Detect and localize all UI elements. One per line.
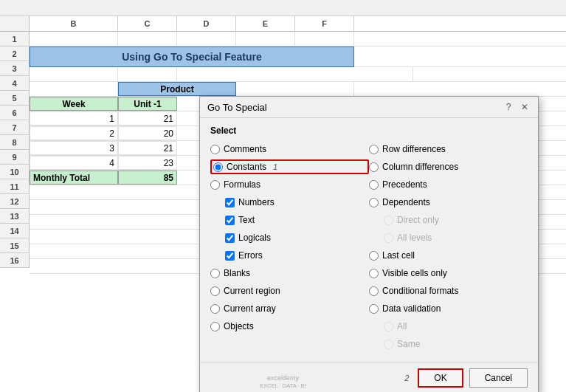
label-data-validation[interactable]: Data validation — [382, 303, 441, 314]
ok-button[interactable]: OK — [418, 368, 463, 388]
help-button[interactable]: ? — [503, 101, 514, 113]
cell-c1[interactable] — [118, 32, 177, 46]
label-visible-cells[interactable]: Visible cells only — [382, 268, 447, 278]
label-all-levels[interactable]: All levels — [397, 233, 432, 243]
radio-data-validation[interactable]: Data validation — [369, 301, 528, 316]
radio-direct-only[interactable]: Direct only — [369, 213, 528, 227]
radio-input-objects[interactable] — [210, 322, 220, 331]
radio-input-formulas[interactable] — [210, 180, 220, 190]
cell-b4[interactable] — [30, 82, 118, 96]
label-all-sub[interactable]: All — [397, 321, 407, 331]
radio-row-diff[interactable]: Row differences — [369, 142, 528, 157]
label-errors[interactable]: Errors — [238, 250, 263, 261]
radio-input-comments[interactable] — [210, 145, 220, 154]
checkbox-input-numbers[interactable] — [225, 198, 235, 207]
checkbox-input-logicals[interactable] — [225, 233, 235, 243]
checkbox-input-text[interactable] — [225, 216, 235, 225]
label-cond-formats[interactable]: Conditional formats — [382, 286, 458, 296]
label-dependents[interactable]: Dependents — [382, 197, 430, 207]
radio-precedents[interactable]: Precedents — [369, 177, 528, 192]
radio-visible-cells[interactable]: Visible cells only — [369, 266, 528, 281]
cell-f1[interactable] — [295, 32, 354, 46]
radio-input-col-diff[interactable] — [369, 162, 379, 172]
row-num-15: 15 — [0, 238, 30, 253]
dialog-title-bar: Go To Special ? ✕ — [200, 97, 538, 118]
radio-col-diff[interactable]: Column differences — [369, 159, 528, 174]
cancel-button[interactable]: Cancel — [469, 368, 528, 388]
label-current-array[interactable]: Current array — [224, 303, 276, 314]
cell-c8[interactable]: 21 — [118, 141, 177, 155]
table-row — [30, 67, 566, 82]
checkbox-logicals[interactable]: Logicals — [210, 230, 369, 245]
checkbox-numbers[interactable]: Numbers — [210, 195, 369, 210]
radio-input-precedents[interactable] — [369, 180, 379, 190]
label-logicals[interactable]: Logicals — [238, 233, 271, 243]
cell-c6[interactable]: 21 — [118, 111, 177, 125]
radio-input-constants[interactable] — [213, 162, 223, 172]
label-row-diff[interactable]: Row differences — [382, 144, 446, 154]
cell-d4[interactable] — [236, 82, 354, 96]
label-col-diff[interactable]: Column differences — [382, 162, 458, 172]
radio-objects[interactable]: Objects — [210, 319, 369, 334]
radio-blanks[interactable]: Blanks — [210, 266, 369, 281]
row-num-11: 11 — [0, 179, 30, 194]
label-direct-only[interactable]: Direct only — [397, 215, 439, 225]
radio-input-all-levels[interactable] — [384, 233, 393, 243]
label-precedents[interactable]: Precedents — [382, 179, 427, 190]
radio-input-current-region[interactable] — [210, 286, 220, 296]
radio-cond-formats[interactable]: Conditional formats — [369, 283, 528, 298]
checkbox-errors[interactable]: Errors — [210, 248, 369, 263]
cell-monthly-total[interactable]: Monthly Total — [30, 171, 118, 185]
label-comments[interactable]: Comments — [224, 144, 266, 154]
radio-comments[interactable]: Comments — [210, 142, 369, 157]
radio-dependents[interactable]: Dependents — [369, 195, 528, 210]
label-constants[interactable]: Constants — [227, 162, 266, 172]
label-same-sub[interactable]: Same — [397, 339, 420, 349]
label-objects[interactable]: Objects — [224, 321, 254, 331]
radio-formulas[interactable]: Formulas — [210, 177, 369, 192]
radio-input-last-cell[interactable] — [369, 251, 379, 261]
radio-current-array[interactable]: Current array — [210, 301, 369, 316]
radio-same-sub[interactable]: Same — [369, 337, 528, 351]
cell-b6[interactable]: 1 — [30, 111, 118, 125]
label-last-cell[interactable]: Last cell — [382, 250, 415, 261]
cell-b1[interactable] — [30, 32, 118, 46]
radio-input-row-diff[interactable] — [369, 145, 379, 154]
radio-input-dependents[interactable] — [369, 198, 379, 207]
radio-current-region[interactable]: Current region — [210, 283, 369, 298]
radio-input-cond-formats[interactable] — [369, 286, 379, 296]
cell-total-value[interactable]: 85 — [118, 171, 177, 185]
label-numbers[interactable]: Numbers — [238, 197, 275, 207]
radio-all-levels[interactable]: All levels — [369, 230, 528, 245]
radio-input-all-sub[interactable] — [384, 322, 393, 331]
cell-e1[interactable] — [236, 32, 295, 46]
label-blanks[interactable]: Blanks — [224, 268, 250, 278]
cell-c9[interactable]: 23 — [118, 156, 177, 170]
cell-b7[interactable]: 2 — [30, 126, 118, 140]
checkbox-input-errors[interactable] — [225, 251, 235, 261]
radio-input-same-sub[interactable] — [384, 340, 393, 349]
cell-b3[interactable] — [30, 67, 118, 81]
radio-input-data-validation[interactable] — [369, 304, 379, 314]
checkbox-text[interactable]: Text — [210, 213, 369, 227]
cell-unit1[interactable]: Unit -1 — [118, 97, 177, 111]
cell-b9[interactable]: 4 — [30, 156, 118, 170]
cell-b8[interactable]: 3 — [30, 141, 118, 155]
radio-last-cell[interactable]: Last cell — [369, 248, 528, 263]
radio-input-direct-only[interactable] — [384, 216, 393, 225]
label-current-region[interactable]: Current region — [224, 286, 280, 296]
radio-constants[interactable]: Constants 1 — [210, 159, 369, 174]
radio-all-sub[interactable]: All — [369, 319, 528, 334]
cell-c3[interactable] — [118, 67, 177, 81]
cell-d1[interactable] — [177, 32, 236, 46]
radio-input-visible-cells[interactable] — [369, 269, 379, 278]
cell-c7[interactable]: 20 — [118, 126, 177, 140]
label-text[interactable]: Text — [238, 215, 255, 225]
label-formulas[interactable]: Formulas — [224, 179, 260, 190]
row-num-14: 14 — [0, 224, 30, 238]
radio-input-blanks[interactable] — [210, 269, 220, 278]
radio-input-current-array[interactable] — [210, 304, 220, 314]
close-button[interactable]: ✕ — [519, 101, 531, 113]
cell-d3[interactable] — [177, 67, 413, 81]
cell-week[interactable]: Week — [30, 97, 118, 111]
